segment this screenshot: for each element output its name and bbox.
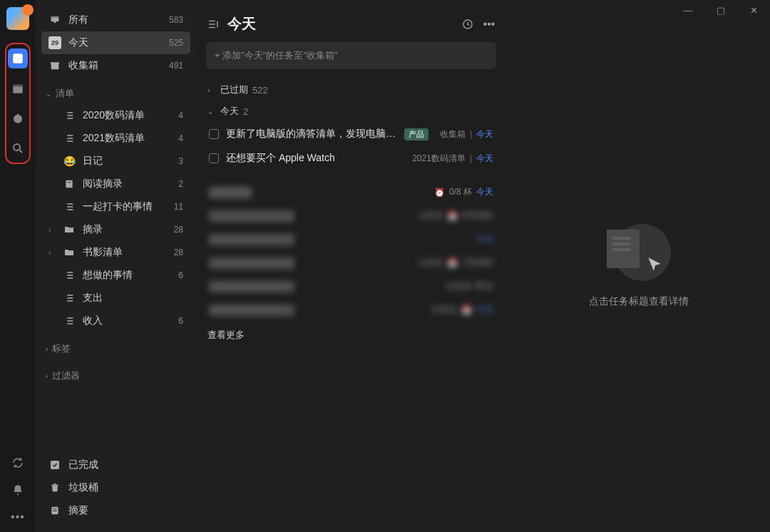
add-task-input[interactable]: + 添加"今天"的任务至"收集箱" — [206, 42, 496, 69]
list-label: 摘录 — [83, 223, 103, 236]
list-item-6[interactable]: ›书影清单28 — [41, 241, 190, 264]
task-row-blurred[interactable]: 今天 — [206, 227, 496, 251]
activity-bar: ••• — [0, 0, 36, 532]
task-row[interactable]: 还想要买个 Apple Watch2021数码清单|今天 — [206, 146, 496, 170]
date-icon: 📅 — [461, 305, 472, 315]
smartlist-count: 583 — [169, 15, 183, 25]
sidebar: 所有58329今天525收集箱491 ⌄ 清单 2020数码清单42021数码清… — [36, 0, 196, 532]
check-icon — [48, 459, 61, 471]
list-label: 2020数码清单 — [83, 109, 145, 122]
svg-rect-12 — [51, 461, 59, 469]
smartlist-1[interactable]: 29今天525 — [41, 31, 190, 54]
list-label: 2021数码清单 — [83, 132, 145, 145]
group-overdue[interactable]: › 已过期 522 — [206, 79, 496, 101]
group-today-count: 2 — [243, 106, 248, 117]
habit-date: 今天 — [476, 186, 493, 198]
detail-panel: 点击任务标题查看详情 — [506, 0, 770, 532]
tags-section-header[interactable]: › 标签 — [41, 332, 190, 359]
lists-section-header[interactable]: ⌄ 清单 — [41, 77, 190, 104]
filters-header-label: 过滤器 — [52, 369, 80, 382]
more-options-icon[interactable]: ••• — [482, 17, 496, 31]
list-count: 28 — [174, 247, 183, 257]
empty-state-graphic — [607, 224, 671, 281]
task-list: 2021数码清单 — [412, 153, 466, 165]
habit-row[interactable]: ⏰ 0/8 杯 今天 — [206, 180, 496, 204]
sort-icon[interactable] — [461, 17, 475, 31]
empty-state-text: 点击任务标题查看详情 — [589, 295, 689, 308]
window-maximize[interactable]: ▢ — [704, 0, 737, 20]
svg-rect-17 — [53, 511, 56, 511]
list-count: 28 — [174, 225, 183, 235]
more-icon[interactable]: ••• — [11, 511, 25, 523]
smartlist-count: 525 — [169, 38, 183, 48]
task-list: 攴集箱 — [417, 210, 443, 222]
chevron-down-icon: ⌄ — [46, 90, 51, 98]
smartlist-label: 今天 — [68, 36, 88, 49]
svg-rect-14 — [54, 484, 56, 484]
task-row-blurred[interactable]: 收集箱📅今天 — [206, 298, 496, 322]
list-item-4[interactable]: 一起打卡的事情11 — [41, 195, 190, 218]
tasks-icon[interactable] — [8, 48, 28, 68]
list-item-3[interactable]: 阅读摘录2 — [41, 173, 190, 195]
tags-header-label: 标签 — [52, 342, 71, 355]
list-item-2[interactable]: 😂日记3 — [41, 150, 190, 173]
pomodoro-icon[interactable] — [8, 108, 28, 128]
inbox-icon — [48, 14, 61, 26]
habit-progress: 0/8 杯 — [449, 186, 472, 198]
list-label: 收入 — [83, 314, 103, 327]
notifications-icon[interactable] — [11, 484, 24, 499]
chevron-right-icon: › — [207, 86, 216, 94]
bottom-item-0[interactable]: 已完成 — [41, 454, 190, 476]
task-row-blurred[interactable]: 收集箱昨天 — [206, 275, 496, 298]
list-item-1[interactable]: 2021数码清单4 — [41, 127, 190, 150]
smartlist-label: 所有 — [68, 14, 88, 26]
task-checkbox[interactable] — [209, 129, 219, 139]
list-item-7[interactable]: 想做的事情6 — [41, 264, 190, 287]
smartlist-0[interactable]: 所有583 — [41, 9, 190, 31]
filters-section-header[interactable]: › 过滤器 — [41, 359, 190, 387]
smartlist-2[interactable]: 收集箱491 — [41, 54, 190, 77]
svg-rect-2 — [13, 85, 23, 87]
window-minimize[interactable]: — — [672, 0, 704, 20]
list-label: 阅读摘录 — [83, 178, 123, 190]
group-overdue-label: 已过期 — [220, 83, 248, 96]
list-item-9[interactable]: 收入6 — [41, 310, 190, 332]
list-icon — [63, 109, 76, 122]
svg-rect-7 — [51, 16, 59, 18]
svg-point-5 — [14, 144, 20, 150]
sync-icon[interactable] — [11, 456, 24, 472]
cursor-icon — [645, 255, 664, 277]
task-column: 今天 ••• + 添加"今天"的任务至"收集箱" › 已过期 522 ⌄ 今天 … — [196, 0, 506, 532]
list-item-0[interactable]: 2020数码清单4 — [41, 104, 190, 127]
smartlist-count: 491 — [169, 61, 183, 71]
bottom-item-1[interactable]: 垃圾桶 — [41, 476, 190, 499]
list-icon — [63, 132, 76, 145]
task-checkbox[interactable] — [209, 153, 219, 163]
group-today[interactable]: ⌄ 今天 2 — [206, 101, 496, 122]
search-icon[interactable] — [8, 138, 28, 158]
avatar[interactable] — [6, 7, 29, 30]
svg-rect-13 — [51, 484, 58, 485]
task-tag: 产品 — [404, 128, 428, 140]
calendar-icon[interactable] — [8, 78, 28, 98]
list-item-8[interactable]: 支出 — [41, 287, 190, 310]
bottom-item-2[interactable]: 摘要 — [41, 499, 190, 522]
task-row-blurred[interactable]: 攴集箱📅7月16日 — [206, 251, 496, 275]
task-date: 7月16日 — [462, 257, 493, 269]
task-list: 收集箱 — [440, 128, 466, 140]
list-count: 4 — [178, 111, 183, 121]
window-close[interactable]: ✕ — [737, 0, 770, 20]
task-list: 收集箱 — [446, 280, 472, 292]
list-label: 书影清单 — [83, 246, 123, 259]
task-row[interactable]: 更新了电脑版的滴答清单，发现电脑版的也…产品收集箱|今天 — [206, 122, 496, 146]
avatar-badge — [22, 4, 34, 16]
list-label: 想做的事情 — [83, 269, 133, 282]
task-row-blurred[interactable]: 攴集箱📅6月28日 — [206, 204, 496, 227]
list-count: 3 — [178, 156, 183, 166]
chevron-right-icon: › — [48, 249, 56, 257]
list-item-5[interactable]: ›摘录28 — [41, 218, 190, 241]
view-more-link[interactable]: 查看更多 — [206, 322, 496, 349]
svg-rect-8 — [51, 63, 59, 69]
list-count: 4 — [178, 133, 183, 143]
collapse-detail-icon[interactable] — [206, 17, 220, 31]
